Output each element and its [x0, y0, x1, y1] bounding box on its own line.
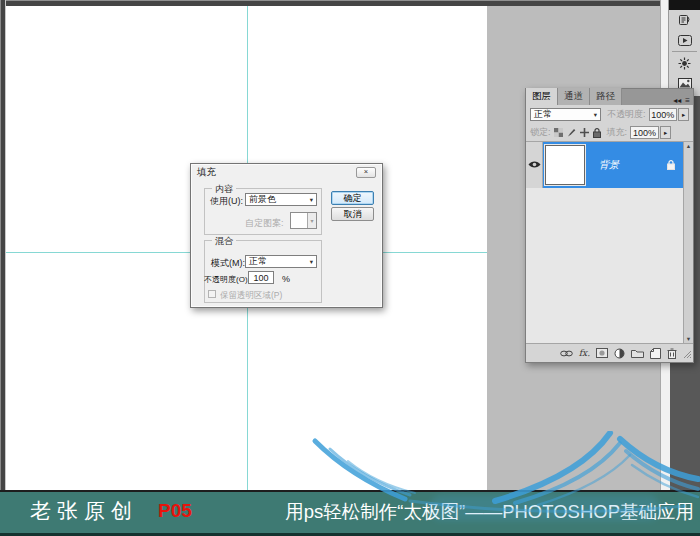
lock-transparency-icon[interactable] — [554, 128, 563, 137]
scroll-down-icon[interactable]: ▼ — [684, 336, 693, 342]
document-left-edge — [0, 0, 6, 490]
fill-dialog: 填充 × 内容 使用(U): 前景色 ▾ 自定图案: ▾ 混合 模式(M): 正… — [190, 163, 383, 308]
adjustment-layer-icon[interactable] — [614, 348, 625, 359]
tab-channels[interactable]: 通道 — [558, 88, 590, 105]
opacity-spinner[interactable]: ▸ — [678, 108, 689, 121]
photoshop-screen: 图层 通道 路径 ◂◂ ≡ 正常 ▾ 不透明度: 100% ▸ 锁定: — [0, 0, 700, 536]
fill-spinner[interactable]: ▸ — [660, 126, 671, 139]
add-mask-icon[interactable] — [596, 348, 608, 358]
visibility-toggle[interactable] — [526, 142, 543, 188]
mode-label: 模式(M): — [207, 257, 245, 270]
cancel-button[interactable]: 取消 — [331, 207, 374, 221]
layer-style-icon[interactable]: fx. — [579, 348, 590, 358]
blend-mode-value: 正常 — [534, 108, 552, 121]
mode-value: 正常 — [249, 255, 267, 268]
dialog-title: 填充 — [197, 166, 216, 179]
close-icon[interactable]: × — [356, 167, 376, 178]
dialog-opacity-label: 不透明度(O): — [204, 274, 246, 285]
layer-name: 背景 — [599, 158, 619, 172]
lock-pixels-icon[interactable] — [567, 128, 576, 137]
author-credit: 老张原创 — [30, 497, 138, 525]
preserve-transparency-checkbox[interactable] — [208, 290, 216, 298]
layer-row-background[interactable]: 背景 — [526, 142, 683, 188]
opacity-label: 不透明度: — [607, 108, 646, 121]
use-value: 前景色 — [249, 193, 276, 206]
chevron-down-icon: ▾ — [307, 213, 316, 228]
lock-position-icon[interactable] — [580, 128, 589, 137]
layer-list: 背景 ▲ ▼ — [526, 141, 693, 344]
dialog-opacity-input[interactable]: 100 — [248, 271, 274, 284]
layer-list-scrollbar[interactable]: ▲ ▼ — [683, 142, 693, 343]
delete-layer-icon[interactable] — [667, 348, 677, 359]
opacity-value[interactable]: 100% — [649, 108, 678, 121]
use-select[interactable]: 前景色 ▾ — [245, 193, 317, 206]
history-panel-icon[interactable] — [669, 10, 700, 30]
custom-pattern-picker[interactable]: ▾ — [290, 212, 317, 229]
resize-grip[interactable] — [683, 350, 692, 361]
chevron-down-icon: ▾ — [310, 196, 313, 204]
preserve-transparency-label: 保留透明区域(P) — [220, 290, 282, 302]
blend-mode-row: 正常 ▾ 不透明度: 100% ▸ — [526, 105, 693, 124]
blend-group-label: 混合 — [212, 235, 236, 248]
lock-label: 锁定: — [530, 126, 551, 139]
new-layer-icon[interactable] — [650, 348, 661, 359]
panel-tab-bar: 图层 通道 路径 ◂◂ ≡ — [526, 89, 693, 105]
lock-row: 锁定: 填充: 100% ▸ — [526, 124, 693, 141]
collapse-panel-icon[interactable]: ◂◂ — [673, 96, 681, 105]
chevron-down-icon: ▾ — [594, 111, 597, 119]
use-label: 使用(U): — [209, 195, 243, 208]
fill-value[interactable]: 100% — [630, 126, 659, 139]
ok-button[interactable]: 确定 — [331, 191, 374, 205]
caption-title: 用ps轻松制作“太极图”——PHOTOSHOP基础应用 — [285, 499, 694, 524]
panel-menu-icon[interactable]: ≡ — [685, 96, 690, 105]
episode-code: P05 — [158, 500, 192, 522]
tab-paths[interactable]: 路径 — [590, 88, 622, 105]
tab-layers[interactable]: 图层 — [526, 88, 558, 105]
layers-panel: 图层 通道 路径 ◂◂ ≡ 正常 ▾ 不透明度: 100% ▸ 锁定: — [525, 88, 694, 363]
chevron-down-icon: ▾ — [310, 258, 313, 266]
panel-dock — [668, 0, 700, 96]
layer-selection[interactable]: 背景 — [543, 142, 683, 188]
layer-thumbnail[interactable] — [545, 145, 585, 185]
actions-panel-icon[interactable] — [669, 30, 700, 50]
panel-bottom-bar: fx. — [526, 344, 693, 362]
fill-label: 填充: — [607, 126, 628, 139]
dock-separator — [672, 51, 697, 52]
styles-panel-icon[interactable] — [669, 53, 700, 73]
dock-header-bar[interactable] — [669, 0, 700, 10]
lock-all-icon[interactable] — [593, 128, 601, 138]
blend-mode-select[interactable]: 正常 ▾ — [530, 108, 601, 121]
percent-sign: % — [282, 274, 290, 284]
eye-icon — [528, 160, 541, 171]
caption-bar: 老张原创 P05 用ps轻松制作“太极图”——PHOTOSHOP基础应用 — [0, 492, 700, 536]
custom-pattern-label: 自定图案: — [245, 217, 284, 230]
background-lock-icon — [667, 160, 675, 170]
mode-select[interactable]: 正常 ▾ — [245, 255, 317, 268]
new-group-icon[interactable] — [631, 348, 644, 358]
link-layers-icon[interactable] — [560, 349, 573, 358]
scroll-up-icon[interactable]: ▲ — [684, 143, 693, 149]
dialog-titlebar[interactable]: 填充 × — [191, 164, 382, 180]
